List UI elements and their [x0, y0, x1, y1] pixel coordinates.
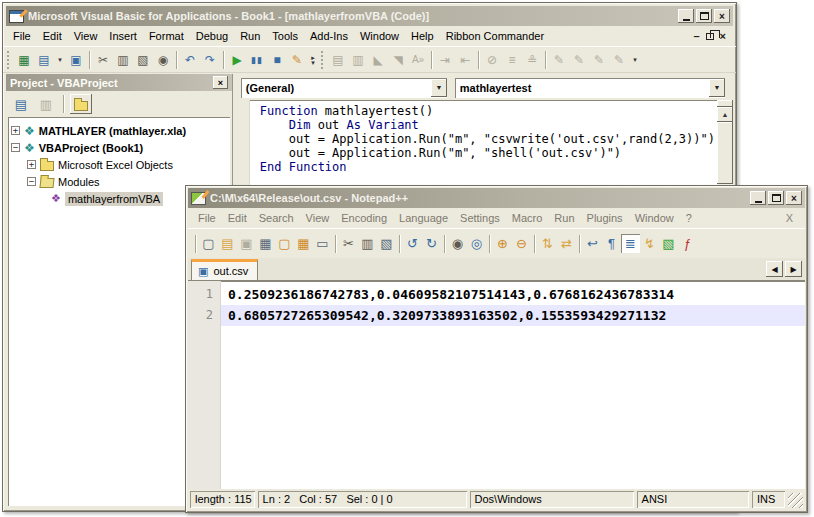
menu-file[interactable]: File: [192, 210, 222, 226]
tree-item-mathlayer[interactable]: + ❖ MATHLAYER (mathlayer.xla): [11, 122, 227, 139]
menu-edit[interactable]: Edit: [37, 28, 68, 44]
npp-editor[interactable]: 1 2 0.2509236186742783,0.046095821075141…: [188, 281, 805, 489]
menu-debug[interactable]: Debug: [190, 28, 234, 44]
list-constants-icon[interactable]: ▥: [348, 50, 368, 70]
redo-icon[interactable]: ↷: [200, 50, 220, 70]
menu-view[interactable]: View: [68, 28, 104, 44]
text-line-current[interactable]: 0.6805727265309542,0.3209733893163502,0.…: [221, 305, 805, 326]
replace-icon[interactable]: ◎: [467, 234, 486, 253]
menu-help[interactable]: Help: [405, 28, 440, 44]
function-list-icon[interactable]: ↯: [640, 234, 659, 253]
cut-icon[interactable]: ✂: [93, 50, 113, 70]
find-icon[interactable]: ◉: [153, 50, 173, 70]
menu-addins[interactable]: Add-Ins: [304, 28, 354, 44]
expand-icon[interactable]: +: [11, 126, 20, 135]
menu-window[interactable]: Window: [354, 28, 405, 44]
tree-item-excel-objects[interactable]: + Microsoft Excel Objects: [11, 156, 227, 173]
previous-bookmark-icon[interactable]: ✎: [589, 50, 609, 70]
project-panel-close-button[interactable]: ×: [213, 76, 228, 89]
toggle-breakpoint-icon[interactable]: ⊘: [482, 50, 502, 70]
sync-vertical-scrolling-icon[interactable]: ⇅: [538, 234, 557, 253]
cut-icon[interactable]: ✂: [339, 234, 358, 253]
tab-out-csv[interactable]: ▣ out.csv: [191, 259, 258, 280]
close-button[interactable]: ×: [714, 9, 730, 23]
menu-encoding[interactable]: Encoding: [335, 210, 393, 226]
design-mode-icon[interactable]: ✎: [287, 50, 307, 70]
undo-icon[interactable]: ↶: [180, 50, 200, 70]
indent-icon[interactable]: ⇥: [435, 50, 455, 70]
collapse-icon[interactable]: −: [11, 143, 20, 152]
copy-icon[interactable]: ▥: [358, 234, 377, 253]
menu-ribbon-commander[interactable]: Ribbon Commander: [440, 28, 550, 44]
word-wrap-icon[interactable]: ↩: [583, 234, 602, 253]
start-recording-macro-icon[interactable]: ƒ: [678, 234, 697, 253]
menu-macro[interactable]: Macro: [506, 210, 549, 226]
mdi-minimize-button[interactable]: –: [693, 31, 699, 41]
menu-format[interactable]: Format: [143, 28, 190, 44]
document-map-icon[interactable]: ▧: [659, 234, 678, 253]
open-file-icon[interactable]: ▤: [218, 234, 237, 253]
project-panel-header[interactable]: Project - VBAProject ×: [6, 74, 232, 91]
list-properties-icon[interactable]: ▤: [328, 50, 348, 70]
parameter-info-icon[interactable]: ◥: [388, 50, 408, 70]
scrollbar-thumb[interactable]: [717, 122, 733, 184]
view-microsoft-excel-icon[interactable]: ▦: [14, 50, 34, 70]
quick-info-icon[interactable]: ◣: [368, 50, 388, 70]
maximize-button[interactable]: [768, 191, 784, 205]
save-all-icon[interactable]: ▦: [256, 234, 275, 253]
reset-icon[interactable]: ■: [267, 50, 287, 70]
view-code-icon[interactable]: ▤: [10, 94, 32, 114]
paste-icon[interactable]: ▧: [133, 50, 153, 70]
next-bookmark-icon[interactable]: ✎: [569, 50, 589, 70]
clear-bookmarks-icon[interactable]: ✎: [609, 50, 629, 70]
tab-scroll-right-icon[interactable]: ▶: [785, 261, 802, 277]
menu-plugins[interactable]: Plugins: [581, 210, 629, 226]
paste-icon[interactable]: ▧: [377, 234, 396, 253]
menu-window[interactable]: Window: [629, 210, 680, 226]
menu-help[interactable]: ?: [680, 210, 698, 226]
insert-userform-icon[interactable]: ▤: [34, 50, 54, 70]
tree-item-vbaproject[interactable]: − ❖ VBAProject (Book1): [11, 139, 227, 156]
toolbar-grip[interactable]: [321, 51, 324, 69]
close-button[interactable]: ×: [786, 191, 802, 205]
npp-titlebar[interactable]: C:\M\x64\Release\out.csv - Notepad++ ×: [188, 188, 805, 208]
break-icon[interactable]: ▮▮: [247, 50, 267, 70]
vba-titlebar[interactable]: Microsoft Visual Basic for Applications …: [6, 6, 733, 26]
menu-insert[interactable]: Insert: [103, 28, 143, 44]
toggle-folders-icon[interactable]: [70, 94, 92, 114]
menu-run[interactable]: Run: [234, 28, 266, 44]
complete-word-icon[interactable]: A»: [408, 50, 428, 70]
save-icon[interactable]: ▣: [66, 50, 86, 70]
status-encoding[interactable]: ANSI: [637, 491, 749, 508]
undo-icon[interactable]: ↺: [403, 234, 422, 253]
toolbar-options-icon[interactable]: ▾: [629, 57, 641, 62]
outdent-icon[interactable]: ⇤: [455, 50, 475, 70]
menu-edit[interactable]: Edit: [222, 210, 253, 226]
copy-icon[interactable]: ▥: [113, 50, 133, 70]
resize-grip[interactable]: [788, 493, 803, 508]
comment-block-icon[interactable]: ≡: [502, 50, 522, 70]
zoom-in-icon[interactable]: ⊕: [493, 234, 512, 253]
sync-horizontal-scrolling-icon[interactable]: ⇄: [557, 234, 576, 253]
zoom-out-icon[interactable]: ⊖: [512, 234, 531, 253]
chevron-down-icon[interactable]: ▼: [709, 79, 725, 97]
scroll-up-icon[interactable]: ▲: [717, 107, 733, 122]
insert-dropdown-icon[interactable]: ▾: [54, 57, 66, 62]
menu-search[interactable]: Search: [253, 210, 300, 226]
toggle-bookmark-icon[interactable]: ✎: [549, 50, 569, 70]
object-dropdown[interactable]: (General) ▼: [241, 78, 447, 98]
new-file-icon[interactable]: ▢: [199, 234, 218, 253]
show-all-characters-icon[interactable]: ¶: [602, 234, 621, 253]
close-all-icon[interactable]: ▦: [294, 234, 313, 253]
menu-tools[interactable]: Tools: [266, 28, 304, 44]
save-file-icon[interactable]: ▣: [237, 234, 256, 253]
status-eol-format[interactable]: Dos\Windows: [470, 491, 634, 508]
menu-settings[interactable]: Settings: [454, 210, 506, 226]
menu-view[interactable]: View: [300, 210, 336, 226]
toolbar-options-icon[interactable]: ▸▾: [307, 55, 319, 65]
maximize-button[interactable]: [696, 9, 712, 23]
show-indent-guide-icon[interactable]: ≣: [621, 234, 640, 253]
collapse-icon[interactable]: −: [27, 177, 36, 186]
uncomment-block-icon[interactable]: ≗: [522, 50, 542, 70]
text-line[interactable]: 0.2509236186742783,0.04609582107514143,0…: [221, 284, 805, 305]
